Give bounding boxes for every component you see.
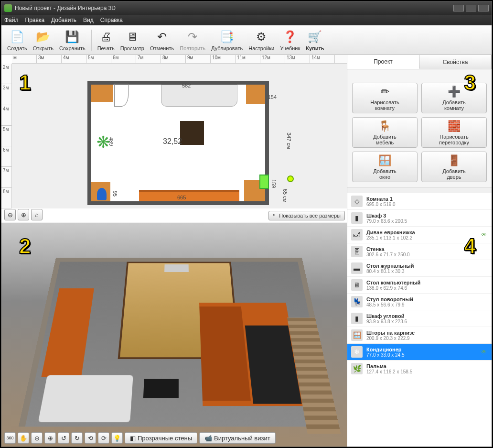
plan-2d-panel[interactable]: м3м4м5м6м7м8м9м10м11м12м13м14м 2м3м4м5м6… (1, 55, 347, 222)
new-label: Создать (7, 45, 27, 51)
object-list[interactable]: ◇Комната 1695.0 x 519.0▮Шкаф 379.0 x 63.… (347, 187, 492, 447)
object-row[interactable]: ▮Шкаф 379.0 x 63.6 x 200.5 (347, 210, 492, 227)
zoom-home-button[interactable]: ⌂ (31, 209, 43, 220)
furn-chair[interactable] (97, 188, 107, 200)
menubar: ФайлПравкаДобавитьВидСправка (1, 15, 492, 25)
room-3d[interactable] (19, 258, 339, 426)
menu-Добавить[interactable]: Добавить (51, 17, 76, 23)
window-title: Новый проект - Дизайн Интерьера 3D (15, 5, 451, 11)
object-row[interactable]: 🪟Шторы на карнизе200.9 x 20.3 x 222.9 (347, 327, 492, 344)
light-button[interactable]: 💡 (111, 432, 123, 444)
zoom-out-button[interactable]: ⊖ (4, 209, 16, 220)
tab-project[interactable]: Проект (347, 55, 419, 69)
tilt-up-button[interactable]: ⟲ (85, 432, 96, 444)
zoom-in-button[interactable]: ⊕ (18, 209, 29, 220)
toolbar-print-button[interactable]: 🖨Печать (95, 28, 118, 52)
tab-properties[interactable]: Свойства (419, 55, 492, 69)
transparent-walls-button[interactable]: ◧ Прозрачные стены (125, 432, 197, 444)
object-dims: 80.4 x 80.1 x 30.3 (366, 269, 488, 274)
toolbar-undo-button[interactable]: ↶Отменить (147, 28, 177, 52)
draw-wall-button[interactable]: 🧱Нарисоватьперегородку (421, 117, 487, 148)
object-icon: 💺 (351, 296, 363, 307)
virtual-visit-button[interactable]: 📹 Виртуальный визит (199, 432, 276, 444)
rotate-360-button[interactable]: 360 (4, 432, 16, 444)
visibility-icon[interactable]: 👁 (481, 349, 488, 355)
view-3d-panel[interactable]: 360 ✋ ⊖ ⊕ ↺ ↻ ⟲ ⟳ 💡 ◧ Прозрачные стены 📹 (1, 222, 347, 447)
toolbar-new-button[interactable]: 📄Создать (4, 28, 30, 52)
zoom-in-3d-button[interactable]: ⊕ (44, 432, 56, 444)
object-row[interactable]: 💺Стул поворотный48.5 x 56.6 x 79.9 (347, 294, 492, 310)
add-window-button[interactable]: 🪟Добавитьокно (352, 152, 418, 182)
toolbar-save-button[interactable]: 💾Сохранить (56, 28, 88, 52)
object-dims: 79.0 x 63.6 x 200.5 (366, 219, 488, 224)
sofa-3d (38, 375, 133, 423)
rotate-right-button[interactable]: ↻ (71, 432, 83, 444)
object-dims: 77.0 x 33.0 x 24.5 (366, 352, 481, 358)
object-dims: 695.0 x 519.0 (366, 202, 488, 207)
visibility-icon[interactable]: 👁 (481, 231, 488, 238)
pan-button[interactable]: ✋ (18, 432, 29, 444)
dim-r1: 154 (268, 94, 277, 100)
redo-label: Повторить (180, 45, 205, 51)
object-dims: 48.5 x 56.6 x 79.9 (366, 302, 488, 307)
object-dims: 127.4 x 116.2 x 158.5 (366, 369, 488, 374)
minimize-button[interactable] (453, 5, 464, 11)
toolbar-help-button[interactable]: ❓Учебник (277, 28, 303, 52)
toolbar-redo-button[interactable]: ↷Повторить (177, 28, 208, 52)
furn-corner-1[interactable] (246, 85, 265, 104)
toolbar-preview-button[interactable]: 🖥Просмотр (118, 28, 147, 52)
zoom-out-3d-button[interactable]: ⊖ (31, 432, 43, 444)
menu-Вид[interactable]: Вид (83, 17, 94, 23)
object-name: Стол компьютерный (366, 280, 488, 285)
furn-wall-unit[interactable] (139, 190, 239, 201)
add-furn-button[interactable]: 🪑Добавитьмебель (352, 117, 418, 148)
object-row[interactable]: ◇Комната 1695.0 x 519.0 (347, 193, 492, 210)
menu-Справка[interactable]: Справка (100, 17, 123, 23)
redo-icon: ↷ (185, 29, 200, 44)
object-row[interactable]: 🌿Пальма127.4 x 116.2 x 158.5 (347, 361, 492, 377)
furn-coffee-table[interactable] (180, 121, 204, 145)
add-door-button[interactable]: 🚪Добавитьдверь (421, 152, 487, 182)
print-icon: 🖨 (98, 29, 114, 44)
object-icon: 🌿 (351, 363, 363, 374)
tilt-down-button[interactable]: ⟳ (98, 432, 109, 444)
save-label: Сохранить (59, 45, 86, 51)
selected-ac-icon[interactable] (259, 175, 269, 189)
object-row[interactable]: ▮Шкаф угловой93.9 x 93.8 x 223.6 (347, 310, 492, 327)
draw-room-button[interactable]: ✏Нарисоватькомнату (352, 83, 418, 113)
undo-label: Отменить (150, 45, 174, 51)
furn-wardrobe[interactable] (91, 85, 113, 102)
furn-sofa[interactable] (161, 85, 237, 107)
toolbar-settings-button[interactable]: ⚙Настройки (246, 28, 277, 52)
object-row[interactable]: ❄Кондиционер77.0 x 33.0 x 24.5👁 (347, 344, 492, 361)
object-icon: ▮ (351, 313, 363, 324)
toolbar-dup-button[interactable]: 📑Дублировать (208, 28, 246, 52)
close-button[interactable] (478, 5, 489, 11)
room-area: 32,52 (163, 137, 182, 146)
add-room-button[interactable]: ➕Добавитькомнату (421, 83, 487, 113)
ruler-vertical: 2м3м4м5м6м7м8м (1, 64, 12, 208)
menu-Файл[interactable]: Файл (4, 17, 19, 23)
show-all-dims-button[interactable]: ⫯ Показывать все размеры (268, 211, 345, 220)
titlebar[interactable]: Новый проект - Дизайн Интерьера 3D (1, 1, 492, 15)
object-dims: 200.9 x 20.3 x 222.9 (366, 336, 488, 341)
room-outline[interactable]: ❋ 582 154 347 см 489 665 65 см 159 (87, 81, 269, 205)
rotate-left-button[interactable]: ↺ (58, 432, 69, 444)
object-row[interactable]: ▬Стол журнальный80.4 x 80.1 x 30.3 (347, 260, 492, 277)
marker-4: 4 (464, 234, 476, 258)
menu-Правка[interactable]: Правка (25, 17, 45, 23)
view3d-tools: 360 ✋ ⊖ ⊕ ↺ ↻ ⟲ ⟳ 💡 ◧ Прозрачные стены 📹 (4, 432, 344, 444)
help-icon: ❓ (282, 29, 298, 44)
object-icon: ❄ (351, 346, 363, 358)
door-arc[interactable] (114, 84, 129, 107)
maximize-button[interactable] (466, 5, 476, 11)
dim-top: 582 (182, 83, 191, 88)
handle-point[interactable] (287, 175, 294, 182)
toolbar-buy-button[interactable]: 🛒Купить (303, 28, 327, 52)
object-row[interactable]: 🖥Стол компьютерный138.0 x 62.9 x 74.6 (347, 277, 492, 294)
toolbar-open-button[interactable]: 📂Открыть (30, 28, 56, 52)
draw-room-icon: ✏ (378, 85, 392, 98)
plan-canvas[interactable]: ❋ 582 154 347 см 489 665 65 см 159 (12, 64, 347, 208)
object-name: Кондиционер (366, 347, 481, 352)
add-room-icon: ➕ (448, 85, 461, 98)
